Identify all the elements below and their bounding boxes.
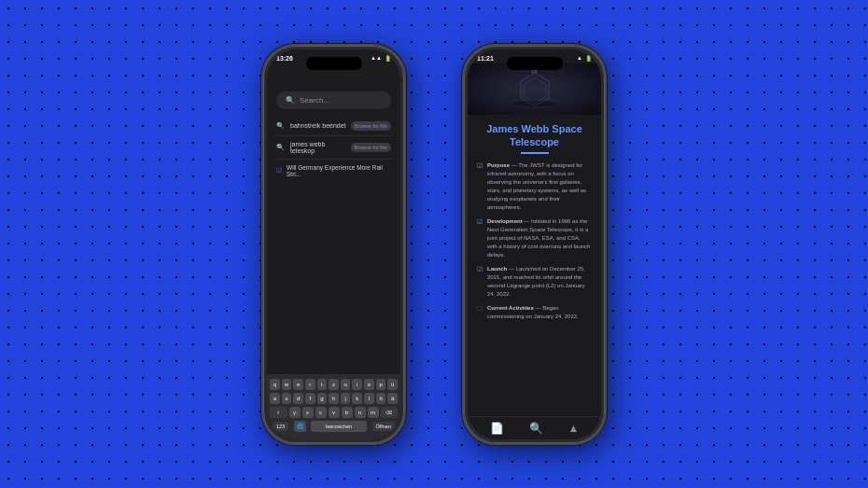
key-d[interactable]: d bbox=[293, 393, 303, 404]
key-p[interactable]: p bbox=[376, 379, 386, 390]
dynamic-island-left bbox=[306, 57, 362, 70]
nav-icon-document[interactable]: 📄 bbox=[490, 422, 504, 435]
key-r[interactable]: r bbox=[305, 379, 315, 390]
kb-row-1: q w e r t z u i o p ü bbox=[270, 379, 398, 390]
kb-row-2: a s d f g h j k l ö ä bbox=[270, 393, 398, 404]
search-area: 🔍 Search... bbox=[267, 63, 400, 117]
key-ue[interactable]: ü bbox=[387, 379, 398, 390]
key-backspace[interactable]: ⌫ bbox=[381, 407, 398, 418]
check-icon-launch: ☑ bbox=[477, 266, 483, 273]
news-check-icon: ☑ bbox=[276, 167, 282, 174]
telescope-svg bbox=[497, 68, 572, 110]
status-icons-right: ▲ 🔋 bbox=[577, 55, 592, 62]
news-text: Will Germany Experience More Rail Stri..… bbox=[287, 164, 391, 177]
suggestion-item-2[interactable]: 🔍 james webb teleskop Browse for Me bbox=[274, 136, 393, 160]
time-right: 11:21 bbox=[477, 55, 494, 62]
telescope-image: L5 bbox=[468, 63, 601, 115]
key-123[interactable]: 123 bbox=[273, 422, 288, 431]
info-text-activities: Current Activities — Began commissioning… bbox=[487, 304, 592, 321]
info-label-activities: Current Activities bbox=[487, 305, 534, 311]
search-placeholder: Search... bbox=[300, 96, 329, 105]
suggestion-text-1: bahnstreik beendet bbox=[290, 122, 346, 129]
suggestion-item-1[interactable]: 🔍 bahnstreik beendet Browse for Me bbox=[274, 117, 393, 136]
key-s[interactable]: s bbox=[282, 393, 292, 404]
dynamic-island-right bbox=[507, 57, 563, 70]
check-icon-development: ☑ bbox=[477, 218, 483, 226]
key-return[interactable]: Öffnen bbox=[372, 422, 395, 431]
phone2-screen: 11:21 ▲ 🔋 L5 bbox=[468, 49, 601, 439]
kb-row-3: ⇧ y x c v b n m ⌫ bbox=[270, 407, 398, 418]
key-u[interactable]: u bbox=[341, 379, 351, 390]
info-item-launch: ☑ Launch — Launched on December 25, 2021… bbox=[477, 265, 592, 299]
nav-icon-search[interactable]: 🔍 bbox=[529, 422, 543, 435]
key-g[interactable]: g bbox=[317, 393, 328, 404]
key-i[interactable]: i bbox=[352, 379, 362, 390]
info-label-purpose: Purpose bbox=[487, 162, 510, 168]
info-label-development: Development bbox=[487, 218, 523, 224]
key-oe[interactable]: ö bbox=[376, 393, 386, 404]
key-y[interactable]: y bbox=[289, 407, 301, 418]
key-m[interactable]: m bbox=[368, 407, 379, 418]
jwst-title: James Webb Space Telescope bbox=[477, 122, 592, 149]
suggestion-list: 🔍 bahnstreik beendet Browse for Me 🔍 jam… bbox=[267, 117, 400, 182]
key-q[interactable]: q bbox=[270, 379, 280, 390]
browse-btn-1[interactable]: Browse for Me bbox=[351, 121, 391, 131]
info-text-development: Development — Initiated in 1996 as the N… bbox=[487, 217, 592, 259]
key-b[interactable]: b bbox=[342, 407, 353, 418]
key-space[interactable]: Leerzeichen bbox=[311, 421, 367, 432]
key-x[interactable]: x bbox=[302, 407, 314, 418]
phone-left: 13:26 ▲▲ 🔋 🔍 Search... 🔍 bahnstreik been… bbox=[261, 44, 406, 445]
keyboard: q w e r t z u i o p ü a s d f g bbox=[267, 374, 400, 439]
phone-right: 11:21 ▲ 🔋 L5 bbox=[462, 44, 607, 445]
key-w[interactable]: w bbox=[282, 379, 292, 390]
key-o[interactable]: o bbox=[364, 379, 374, 390]
key-a[interactable]: a bbox=[270, 393, 280, 404]
browse-btn-2[interactable]: Browse for Me bbox=[351, 143, 391, 152]
key-h[interactable]: h bbox=[329, 393, 339, 404]
search-suggestion-icon-1: 🔍 bbox=[276, 122, 286, 130]
info-text-purpose: Purpose — The JWST is designed for infra… bbox=[487, 161, 592, 212]
news-item[interactable]: ☑ Will Germany Experience More Rail Stri… bbox=[274, 160, 393, 182]
search-icon: 🔍 bbox=[286, 96, 295, 105]
svg-line-4 bbox=[549, 77, 558, 81]
bottom-nav: 📄 🔍 ▲ bbox=[468, 416, 601, 439]
key-f[interactable]: f bbox=[305, 393, 315, 404]
key-z[interactable]: z bbox=[329, 379, 339, 390]
content-area[interactable]: James Webb Space Telescope ☑ Purpose — T… bbox=[468, 115, 601, 416]
status-icons-left: ▲▲ 🔋 bbox=[371, 55, 391, 62]
key-k[interactable]: k bbox=[352, 393, 362, 404]
nav-icon-up[interactable]: ▲ bbox=[568, 422, 580, 435]
key-c[interactable]: c bbox=[315, 407, 327, 418]
info-item-development: ☑ Development — Initiated in 1996 as the… bbox=[477, 217, 592, 259]
kb-bottom-row: 123 🌐 Leerzeichen Öffnen bbox=[270, 421, 398, 432]
search-box[interactable]: 🔍 Search... bbox=[276, 91, 391, 109]
key-n[interactable]: n bbox=[355, 407, 366, 418]
suggestion-text-2: james webb teleskop bbox=[290, 141, 346, 154]
key-l[interactable]: l bbox=[364, 393, 374, 404]
check-icon-purpose: ☑ bbox=[477, 162, 483, 170]
info-label-launch: Launch bbox=[487, 266, 507, 272]
key-ae[interactable]: ä bbox=[387, 393, 398, 404]
key-globe[interactable]: 🌐 bbox=[294, 421, 306, 432]
key-e[interactable]: e bbox=[293, 379, 303, 390]
title-underline bbox=[521, 152, 549, 154]
svg-point-2 bbox=[511, 100, 558, 107]
phone1-screen: 13:26 ▲▲ 🔋 🔍 Search... 🔍 bahnstreik been… bbox=[267, 49, 400, 439]
key-t[interactable]: t bbox=[317, 379, 328, 390]
check-icon-activities: ☐ bbox=[477, 305, 483, 313]
key-j[interactable]: j bbox=[341, 393, 351, 404]
key-shift[interactable]: ⇧ bbox=[270, 407, 287, 418]
info-item-activities: ☐ Current Activities — Began commissioni… bbox=[477, 304, 592, 321]
time-left: 13:26 bbox=[276, 55, 293, 62]
info-item-purpose: ☑ Purpose — The JWST is designed for inf… bbox=[477, 161, 592, 212]
info-text-launch: Launch — Launched on December 25, 2021, … bbox=[487, 265, 592, 299]
search-suggestion-icon-2: 🔍 bbox=[276, 144, 286, 151]
key-v[interactable]: v bbox=[329, 407, 340, 418]
